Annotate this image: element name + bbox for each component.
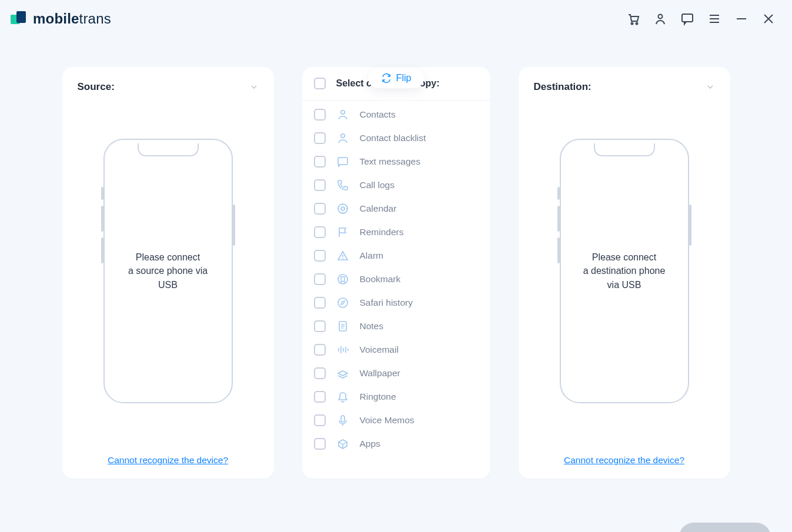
footer: Back Start: [0, 514, 792, 532]
calendar-icon: [336, 202, 349, 215]
content-item[interactable]: Reminders: [314, 220, 484, 244]
window-controls: [626, 12, 776, 26]
content-item[interactable]: Contact blacklist: [314, 126, 484, 150]
wallpaper-icon: [336, 367, 349, 380]
content-item[interactable]: Ringtone: [314, 385, 484, 409]
content-checkbox[interactable]: [314, 414, 326, 426]
content-item-label: Contacts: [360, 109, 396, 120]
voicemail-icon: [336, 343, 349, 356]
source-panel: Source: Please connect a source phone vi…: [62, 67, 274, 479]
alarm-icon: [336, 249, 349, 262]
content-checkbox[interactable]: [314, 132, 326, 144]
source-connect-message: Please connect a source phone via USB: [128, 250, 208, 292]
content-item[interactable]: Contacts: [314, 103, 484, 126]
flip-label: Flip: [396, 73, 412, 83]
content-item[interactable]: Bookmark: [314, 267, 484, 291]
content-item[interactable]: Voice Memos: [314, 409, 484, 432]
bookmark-icon: [336, 273, 349, 286]
ringtone-icon: [336, 390, 349, 403]
brand-logo-icon: [11, 11, 26, 26]
content-checkbox[interactable]: [314, 156, 326, 168]
content-item[interactable]: Calendar: [314, 197, 484, 220]
content-item-label: Calendar: [360, 203, 397, 214]
content-item-label: Voice Memos: [360, 415, 415, 426]
content-item[interactable]: Voicemail: [314, 338, 484, 362]
content-item-label: Apps: [360, 439, 380, 449]
destination-panel: Destination: Please connect a destinatio…: [519, 67, 730, 479]
contact-icon: [336, 108, 349, 121]
mic-icon: [336, 414, 349, 427]
brand-name: mobiletrans: [33, 11, 111, 27]
content-item-label: Wallpaper: [360, 368, 400, 379]
contact-icon: [336, 132, 349, 145]
content-item[interactable]: Text messages: [314, 150, 484, 173]
content-item-label: Text messages: [360, 156, 420, 167]
source-help-link[interactable]: Cannot recognize the device?: [78, 455, 259, 466]
content-select-panel: Select content to copy: ContactsContact …: [302, 67, 490, 479]
content-item-label: Call logs: [360, 180, 395, 190]
cart-icon[interactable]: [626, 12, 640, 26]
destination-help-link[interactable]: Cannot recognize the device?: [534, 455, 715, 466]
safari-icon: [336, 296, 349, 309]
titlebar: mobiletrans: [0, 0, 792, 38]
chevron-down-icon: [706, 82, 715, 92]
source-phone-placeholder: Please connect a source phone via USB: [103, 139, 233, 403]
source-header[interactable]: Source:: [78, 81, 259, 93]
notes-icon: [336, 320, 349, 333]
content-checkbox[interactable]: [314, 273, 326, 285]
content-item-label: Voicemail: [360, 344, 399, 355]
destination-title: Destination:: [534, 81, 592, 93]
content-item[interactable]: Notes: [314, 314, 484, 338]
content-item[interactable]: Alarm: [314, 244, 484, 267]
start-button[interactable]: Start: [679, 523, 771, 532]
content-checkbox[interactable]: [314, 320, 326, 332]
content-checkbox[interactable]: [314, 344, 326, 356]
content-item[interactable]: Wallpaper: [314, 362, 484, 385]
content-item-label: Bookmark: [360, 274, 401, 285]
destination-header[interactable]: Destination:: [534, 81, 715, 93]
content-checkbox[interactable]: [314, 179, 326, 191]
minimize-button[interactable]: [734, 12, 748, 26]
destination-connect-message: Please connect a destination phone via U…: [583, 250, 666, 292]
flip-icon: [381, 73, 392, 83]
content-item-label: Reminders: [360, 227, 404, 237]
flag-icon: [336, 226, 349, 239]
content-checkbox[interactable]: [314, 109, 326, 121]
content-checkbox[interactable]: [314, 297, 326, 309]
chevron-down-icon: [249, 82, 259, 92]
phone-icon: [336, 179, 349, 192]
account-icon[interactable]: [653, 12, 667, 26]
content-checkbox[interactable]: [314, 250, 326, 262]
menu-icon[interactable]: [707, 12, 721, 26]
svg-point-18: [631, 23, 633, 25]
content-item[interactable]: Apps: [314, 432, 484, 456]
content-checkbox[interactable]: [314, 391, 326, 403]
content-list[interactable]: ContactsContact blacklistText messagesCa…: [302, 101, 490, 479]
content-item-label: Ringtone: [360, 392, 396, 402]
content-checkbox[interactable]: [314, 367, 326, 379]
destination-phone-placeholder: Please connect a destination phone via U…: [560, 139, 689, 403]
content-checkbox[interactable]: [314, 438, 326, 450]
select-all-checkbox[interactable]: [314, 78, 326, 89]
svg-point-20: [659, 15, 663, 19]
flip-button[interactable]: Flip: [368, 68, 425, 88]
feedback-icon[interactable]: [680, 12, 694, 26]
apps-icon: [336, 437, 349, 450]
message-icon: [336, 155, 349, 168]
content-item-label: Safari history: [360, 297, 413, 308]
close-button[interactable]: [761, 12, 776, 26]
content-checkbox[interactable]: [314, 203, 326, 215]
main-content: Flip Source: Please connect a source pho…: [0, 67, 792, 514]
content-item-label: Contact blacklist: [360, 133, 426, 143]
svg-rect-21: [682, 14, 693, 22]
content-item[interactable]: Safari history: [314, 291, 484, 314]
content-item-label: Notes: [360, 321, 384, 332]
source-title: Source:: [78, 81, 115, 93]
content-item-label: Alarm: [360, 250, 383, 261]
content-item[interactable]: Call logs: [314, 173, 484, 197]
app-brand: mobiletrans: [11, 11, 111, 27]
content-checkbox[interactable]: [314, 226, 326, 238]
svg-point-19: [636, 23, 638, 25]
